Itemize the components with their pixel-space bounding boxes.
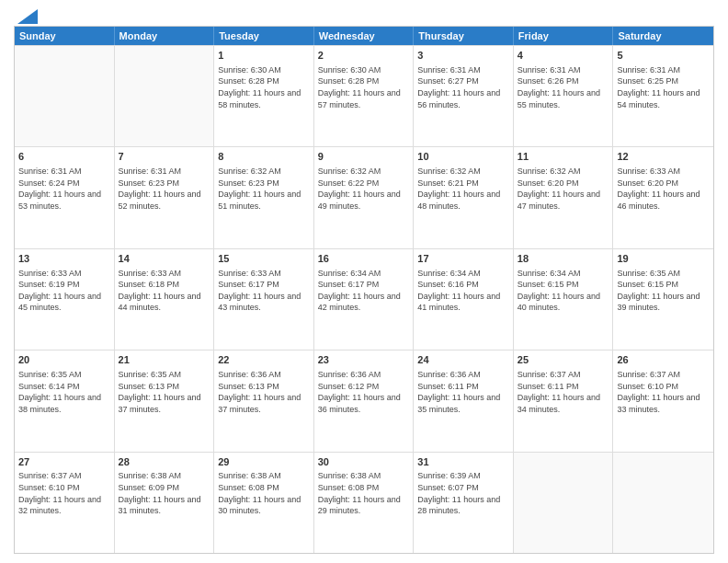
cell-info: Sunrise: 6:31 AM Sunset: 6:26 PM Dayligh… <box>518 64 609 110</box>
header <box>14 9 714 20</box>
day-number: 18 <box>518 252 609 266</box>
day-number: 2 <box>318 49 410 63</box>
cal-cell-23: 23Sunrise: 6:36 AM Sunset: 6:12 PM Dayli… <box>314 350 415 451</box>
day-number: 25 <box>518 353 609 367</box>
calendar-body: 1Sunrise: 6:30 AM Sunset: 6:28 PM Daylig… <box>15 45 713 553</box>
cell-info: Sunrise: 6:38 AM Sunset: 6:08 PM Dayligh… <box>218 470 310 516</box>
day-number: 22 <box>218 353 310 367</box>
day-number: 20 <box>18 353 110 367</box>
cal-cell-7: 7Sunrise: 6:31 AM Sunset: 6:23 PM Daylig… <box>115 147 215 247</box>
cell-info: Sunrise: 6:33 AM Sunset: 6:19 PM Dayligh… <box>18 268 110 314</box>
cal-cell-29: 29Sunrise: 6:38 AM Sunset: 6:08 PM Dayli… <box>214 453 314 553</box>
cell-info: Sunrise: 6:33 AM Sunset: 6:18 PM Dayligh… <box>119 268 210 314</box>
cal-cell-17: 17Sunrise: 6:34 AM Sunset: 6:16 PM Dayli… <box>414 249 514 350</box>
day-number: 26 <box>617 353 710 367</box>
day-number: 31 <box>417 455 509 469</box>
cal-cell-6: 6Sunrise: 6:31 AM Sunset: 6:24 PM Daylig… <box>15 147 115 247</box>
cal-cell-10: 10Sunrise: 6:32 AM Sunset: 6:21 PM Dayli… <box>414 147 514 247</box>
week-row-1: 1Sunrise: 6:30 AM Sunset: 6:28 PM Daylig… <box>15 45 713 146</box>
cell-info: Sunrise: 6:36 AM Sunset: 6:11 PM Dayligh… <box>417 369 509 415</box>
day-header-wednesday: Wednesday <box>314 27 415 45</box>
day-header-friday: Friday <box>514 27 614 45</box>
day-header-monday: Monday <box>115 27 215 45</box>
cal-cell-19: 19Sunrise: 6:35 AM Sunset: 6:15 PM Dayli… <box>613 249 713 350</box>
cal-cell-25: 25Sunrise: 6:37 AM Sunset: 6:11 PM Dayli… <box>514 350 614 451</box>
cal-cell-9: 9Sunrise: 6:32 AM Sunset: 6:22 PM Daylig… <box>314 147 415 247</box>
svg-marker-0 <box>17 9 38 24</box>
cell-info: Sunrise: 6:31 AM Sunset: 6:27 PM Dayligh… <box>417 64 509 110</box>
cell-info: Sunrise: 6:32 AM Sunset: 6:23 PM Dayligh… <box>218 166 310 212</box>
cell-info: Sunrise: 6:31 AM Sunset: 6:24 PM Dayligh… <box>18 166 110 212</box>
cal-cell-28: 28Sunrise: 6:38 AM Sunset: 6:09 PM Dayli… <box>115 453 215 553</box>
day-number: 23 <box>318 353 410 367</box>
cell-info: Sunrise: 6:38 AM Sunset: 6:08 PM Dayligh… <box>318 470 410 516</box>
calendar-page: SundayMondayTuesdayWednesdayThursdayFrid… <box>0 0 728 563</box>
cell-info: Sunrise: 6:31 AM Sunset: 6:23 PM Dayligh… <box>119 166 210 212</box>
logo-icon <box>17 9 38 24</box>
cal-cell-12: 12Sunrise: 6:33 AM Sunset: 6:20 PM Dayli… <box>613 147 713 247</box>
day-number: 3 <box>417 49 509 63</box>
calendar-header: SundayMondayTuesdayWednesdayThursdayFrid… <box>15 27 713 45</box>
cal-cell-18: 18Sunrise: 6:34 AM Sunset: 6:15 PM Dayli… <box>514 249 614 350</box>
day-number: 24 <box>417 353 509 367</box>
cal-cell-22: 22Sunrise: 6:36 AM Sunset: 6:13 PM Dayli… <box>214 350 314 451</box>
day-number: 17 <box>417 252 509 266</box>
week-row-4: 20Sunrise: 6:35 AM Sunset: 6:14 PM Dayli… <box>15 350 713 451</box>
day-number: 15 <box>218 252 310 266</box>
week-row-3: 13Sunrise: 6:33 AM Sunset: 6:19 PM Dayli… <box>15 248 713 350</box>
cal-cell-31: 31Sunrise: 6:39 AM Sunset: 6:07 PM Dayli… <box>414 453 514 553</box>
day-number: 4 <box>518 49 609 63</box>
cal-cell-5: 5Sunrise: 6:31 AM Sunset: 6:25 PM Daylig… <box>613 46 713 146</box>
cell-info: Sunrise: 6:36 AM Sunset: 6:13 PM Dayligh… <box>218 369 310 415</box>
day-number: 13 <box>18 252 110 266</box>
cell-info: Sunrise: 6:38 AM Sunset: 6:09 PM Dayligh… <box>119 470 210 516</box>
cell-info: Sunrise: 6:31 AM Sunset: 6:25 PM Dayligh… <box>617 64 710 110</box>
cal-cell-3: 3Sunrise: 6:31 AM Sunset: 6:27 PM Daylig… <box>414 46 514 146</box>
cell-info: Sunrise: 6:32 AM Sunset: 6:21 PM Dayligh… <box>417 166 509 212</box>
cal-cell-empty <box>15 46 115 146</box>
day-number: 19 <box>617 252 710 266</box>
day-number: 8 <box>218 150 310 164</box>
cell-info: Sunrise: 6:35 AM Sunset: 6:13 PM Dayligh… <box>119 369 210 415</box>
day-number: 11 <box>518 150 609 164</box>
cal-cell-20: 20Sunrise: 6:35 AM Sunset: 6:14 PM Dayli… <box>15 350 115 451</box>
day-number: 12 <box>617 150 710 164</box>
day-number: 5 <box>617 49 710 63</box>
cal-cell-15: 15Sunrise: 6:33 AM Sunset: 6:17 PM Dayli… <box>214 249 314 350</box>
day-number: 21 <box>119 353 210 367</box>
day-header-thursday: Thursday <box>414 27 514 45</box>
cell-info: Sunrise: 6:33 AM Sunset: 6:17 PM Dayligh… <box>218 268 310 314</box>
cal-cell-14: 14Sunrise: 6:33 AM Sunset: 6:18 PM Dayli… <box>115 249 215 350</box>
day-number: 1 <box>218 49 310 63</box>
cal-cell-16: 16Sunrise: 6:34 AM Sunset: 6:17 PM Dayli… <box>314 249 415 350</box>
cell-info: Sunrise: 6:34 AM Sunset: 6:15 PM Dayligh… <box>518 268 609 314</box>
cal-cell-4: 4Sunrise: 6:31 AM Sunset: 6:26 PM Daylig… <box>514 46 614 146</box>
cell-info: Sunrise: 6:33 AM Sunset: 6:20 PM Dayligh… <box>617 166 710 212</box>
week-row-2: 6Sunrise: 6:31 AM Sunset: 6:24 PM Daylig… <box>15 146 713 247</box>
day-number: 28 <box>119 455 210 469</box>
cell-info: Sunrise: 6:37 AM Sunset: 6:10 PM Dayligh… <box>18 470 110 516</box>
cell-info: Sunrise: 6:35 AM Sunset: 6:14 PM Dayligh… <box>18 369 110 415</box>
day-header-sunday: Sunday <box>15 27 115 45</box>
cal-cell-8: 8Sunrise: 6:32 AM Sunset: 6:23 PM Daylig… <box>214 147 314 247</box>
cal-cell-30: 30Sunrise: 6:38 AM Sunset: 6:08 PM Dayli… <box>314 453 415 553</box>
day-number: 6 <box>18 150 110 164</box>
cell-info: Sunrise: 6:30 AM Sunset: 6:28 PM Dayligh… <box>218 64 310 110</box>
cell-info: Sunrise: 6:37 AM Sunset: 6:11 PM Dayligh… <box>518 369 609 415</box>
day-number: 29 <box>218 455 310 469</box>
cal-cell-21: 21Sunrise: 6:35 AM Sunset: 6:13 PM Dayli… <box>115 350 215 451</box>
cal-cell-2: 2Sunrise: 6:30 AM Sunset: 6:28 PM Daylig… <box>314 46 415 146</box>
cal-cell-27: 27Sunrise: 6:37 AM Sunset: 6:10 PM Dayli… <box>15 453 115 553</box>
cell-info: Sunrise: 6:30 AM Sunset: 6:28 PM Dayligh… <box>318 64 410 110</box>
cell-info: Sunrise: 6:32 AM Sunset: 6:22 PM Dayligh… <box>318 166 410 212</box>
cal-cell-13: 13Sunrise: 6:33 AM Sunset: 6:19 PM Dayli… <box>15 249 115 350</box>
cell-info: Sunrise: 6:32 AM Sunset: 6:20 PM Dayligh… <box>518 166 609 212</box>
day-header-saturday: Saturday <box>613 27 713 45</box>
week-row-5: 27Sunrise: 6:37 AM Sunset: 6:10 PM Dayli… <box>15 452 713 553</box>
day-number: 27 <box>18 455 110 469</box>
cell-info: Sunrise: 6:36 AM Sunset: 6:12 PM Dayligh… <box>318 369 410 415</box>
cell-info: Sunrise: 6:39 AM Sunset: 6:07 PM Dayligh… <box>417 470 509 516</box>
cal-cell-empty <box>613 453 713 553</box>
day-number: 14 <box>119 252 210 266</box>
calendar: SundayMondayTuesdayWednesdayThursdayFrid… <box>14 26 714 554</box>
